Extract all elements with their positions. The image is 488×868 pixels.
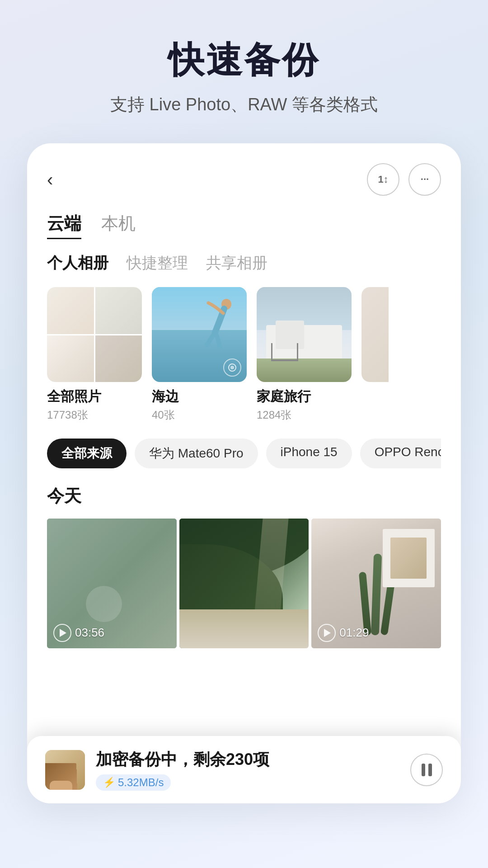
- chip-oppo[interactable]: OPPO Reno: [360, 439, 441, 468]
- album-count-ocean: 40张: [152, 408, 247, 422]
- back-button[interactable]: ‹: [47, 170, 72, 190]
- play-icon-1: [53, 624, 71, 642]
- photo-cell-1[interactable]: 03:56: [47, 519, 177, 648]
- album-name-travel: 家庭旅行: [257, 387, 352, 406]
- pause-icon: [422, 764, 432, 776]
- album-name-ocean: 海边: [152, 387, 247, 406]
- video-badge-3: 01:29: [318, 624, 369, 642]
- backup-bar: 加密备份中，剩余230项 ⚡ 5.32MB/s: [27, 736, 461, 803]
- diver-icon: [202, 296, 238, 350]
- speed-value: 5.32MB/s: [118, 776, 164, 789]
- more-button[interactable]: ···: [408, 163, 441, 196]
- album-count-all: 17738张: [47, 408, 142, 422]
- sub-tab-personal[interactable]: 个人相册: [47, 253, 108, 274]
- photo-grid: 03:56: [47, 519, 441, 648]
- album-partial[interactable]: [361, 287, 389, 422]
- page-title: 快速备份: [0, 36, 488, 85]
- lightning-icon: ⚡: [103, 777, 115, 788]
- video-duration-3: 01:29: [339, 626, 369, 640]
- sub-tab-shared[interactable]: 共享相册: [206, 253, 267, 274]
- backup-speed: ⚡ 5.32MB/s: [96, 774, 171, 791]
- cloud-tabs: 云端 本机: [47, 212, 441, 239]
- video-badge-1: 03:56: [53, 624, 104, 642]
- backup-title: 加密备份中，剩余230项: [96, 749, 399, 771]
- phone-card: ‹ 1↕ ··· 云端 本机 个人相册 快捷整理 共享相册: [27, 143, 461, 803]
- album-grid: 全部照片 17738张: [47, 287, 441, 422]
- sub-tabs: 个人相册 快捷整理 共享相册: [47, 253, 441, 274]
- backup-info: 加密备份中，剩余230项 ⚡ 5.32MB/s: [96, 749, 399, 791]
- backup-thumbnail: [45, 750, 85, 790]
- nav-icons: 1↕ ···: [367, 163, 441, 196]
- top-nav: ‹ 1↕ ···: [47, 163, 441, 196]
- photo-cell-2[interactable]: [179, 519, 309, 648]
- cloud-tab-active[interactable]: 云端: [47, 212, 81, 239]
- album-ocean[interactable]: 海边 40张: [152, 287, 247, 422]
- album-travel[interactable]: 家庭旅行 1284张: [257, 287, 352, 422]
- page-subtitle: 支持 Live Photo、RAW 等各类格式: [0, 93, 488, 116]
- chip-all-sources[interactable]: 全部来源: [47, 439, 127, 468]
- page-header: 快速备份 支持 Live Photo、RAW 等各类格式: [0, 0, 488, 116]
- sub-tab-quick[interactable]: 快捷整理: [127, 253, 188, 274]
- chip-iphone15[interactable]: iPhone 15: [266, 439, 352, 468]
- photo-cell-3[interactable]: 01:29: [311, 519, 441, 648]
- video-duration-1: 03:56: [75, 626, 104, 640]
- sort-button[interactable]: 1↕: [367, 163, 399, 196]
- album-count-travel: 1284张: [257, 408, 352, 422]
- album-name-all: 全部照片: [47, 387, 142, 406]
- album-all-photos[interactable]: 全部照片 17738张: [47, 287, 142, 422]
- cloud-tab-local[interactable]: 本机: [101, 212, 136, 239]
- play-icon-3: [318, 624, 336, 642]
- today-section-title: 今天: [47, 485, 441, 508]
- source-chips: 全部来源 华为 Mate60 Pro iPhone 15 OPPO Reno: [47, 439, 441, 468]
- pause-button[interactable]: [410, 754, 443, 786]
- more-icon: ···: [421, 174, 429, 185]
- sort-icon: 1↕: [378, 174, 388, 185]
- chip-huawei[interactable]: 华为 Mate60 Pro: [135, 439, 258, 468]
